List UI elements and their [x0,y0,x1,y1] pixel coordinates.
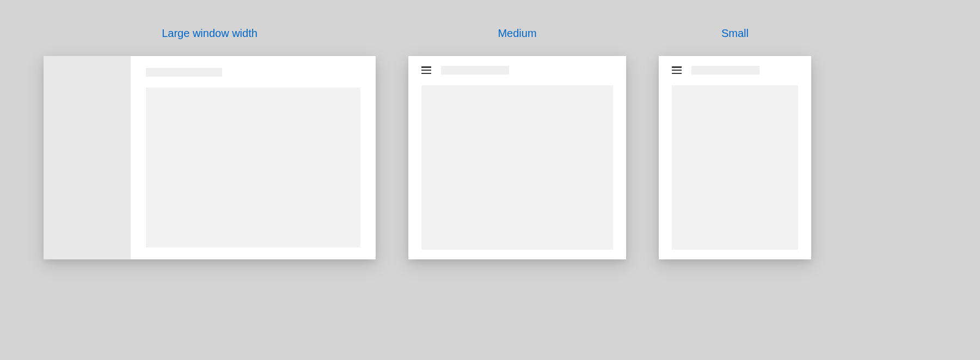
layout-label-small: Small [721,27,749,40]
body-placeholder [421,85,613,250]
layout-label-medium: Medium [498,27,536,40]
hamburger-icon[interactable] [672,66,682,74]
body-placeholder [146,88,360,247]
content-area-large [131,56,376,259]
sidebar-panel [44,56,131,259]
title-placeholder [691,66,759,75]
layout-group-small: Small [659,27,811,259]
body-placeholder [672,85,798,250]
header-row [672,66,798,75]
content-area-medium [408,56,626,259]
window-frame-small [659,56,811,259]
responsive-layouts-diagram: Large window width Medium [44,27,811,259]
layout-group-large: Large window width [44,27,376,259]
content-area-small [659,56,811,259]
layout-group-medium: Medium [408,27,626,259]
header-row [421,66,613,75]
title-placeholder [146,68,222,77]
window-frame-medium [408,56,626,259]
title-placeholder [441,66,509,75]
hamburger-icon[interactable] [421,66,431,74]
window-frame-large [44,56,376,259]
layout-label-large: Large window width [162,27,258,40]
